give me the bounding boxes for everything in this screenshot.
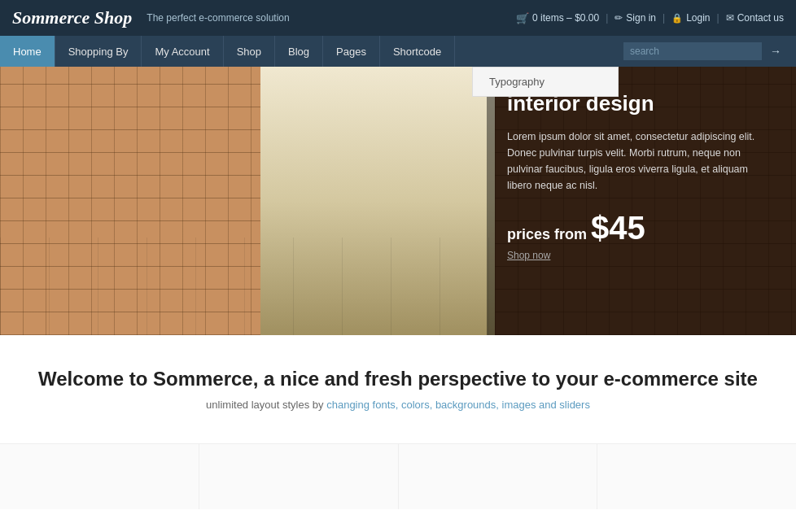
hero-overlay: interior design Lorem ipsum dolor sit am… (487, 67, 796, 335)
price-label: prices from (507, 226, 587, 242)
dropdown-item-typography[interactable]: Typography (489, 76, 545, 88)
login-label: Login (686, 12, 710, 24)
hero-floor (0, 238, 496, 335)
hero-body: Lorem ipsum dolor sit amet, consectetur … (507, 129, 776, 194)
bottom-strip (0, 443, 796, 509)
top-actions: 0 items – $0.00 | Sign in | Login | Cont… (516, 12, 784, 24)
contact-label: Contact us (737, 12, 784, 24)
bottom-card-2 (199, 444, 399, 509)
sep3: | (717, 12, 719, 24)
contact-link[interactable]: Contact us (726, 12, 784, 24)
nav-item-my-account[interactable]: My Account (142, 36, 223, 67)
contact-icon (726, 12, 734, 24)
bottom-card-4 (597, 444, 796, 509)
nav-items: Home Shopping By My Account Shop Blog Pa… (0, 36, 617, 67)
cart-link[interactable]: 0 items – $0.00 (516, 12, 599, 24)
search-icon (770, 45, 781, 58)
login-link[interactable]: Login (671, 12, 710, 24)
nav-bar: Home Shopping By My Account Shop Blog Pa… (0, 36, 796, 67)
tagline: The perfect e-commerce solution (147, 12, 516, 24)
nav-item-shortcode[interactable]: Shortcode (380, 36, 455, 67)
welcome-section: Welcome to Sommerce, a nice and fresh pe… (0, 335, 796, 435)
nav-item-home[interactable]: Home (0, 36, 55, 67)
signin-icon (614, 12, 623, 24)
welcome-title: Welcome to Sommerce, a nice and fresh pe… (16, 368, 780, 390)
nav-item-blog[interactable]: Blog (275, 36, 323, 67)
cart-label: 0 items – $0.00 (532, 12, 599, 24)
top-bar: Sommerce Shop The perfect e-commerce sol… (0, 0, 796, 36)
dropdown-menu: Typography (472, 67, 619, 97)
bottom-card-3 (399, 444, 598, 509)
search-input[interactable] (623, 42, 762, 60)
shop-now-link[interactable]: Shop now (507, 250, 776, 261)
welcome-sub-pre: unlimited layout styles by (206, 399, 326, 411)
signin-link[interactable]: Sign in (614, 12, 656, 24)
welcome-sub-link[interactable]: changing fonts, colors, backgrounds, ima… (326, 399, 590, 411)
search-area (617, 36, 796, 67)
site-logo: Sommerce Shop (12, 7, 132, 28)
sep1: | (606, 12, 608, 24)
signin-label: Sign in (626, 12, 656, 24)
welcome-subtitle: unlimited layout styles by changing font… (16, 399, 780, 411)
nav-item-pages[interactable]: Pages (323, 36, 380, 67)
nav-item-shop[interactable]: Shop (224, 36, 275, 67)
login-icon (671, 12, 683, 24)
hero-section: interior design Lorem ipsum dolor sit am… (0, 67, 796, 335)
price-value: $45 (591, 210, 645, 246)
sep2: | (663, 12, 665, 24)
hero-price: prices from $45 (507, 210, 776, 246)
nav-item-shopping-by[interactable]: Shopping By (55, 36, 142, 67)
bottom-card-1 (0, 444, 199, 509)
search-button[interactable] (762, 41, 789, 61)
cart-icon (516, 12, 529, 24)
